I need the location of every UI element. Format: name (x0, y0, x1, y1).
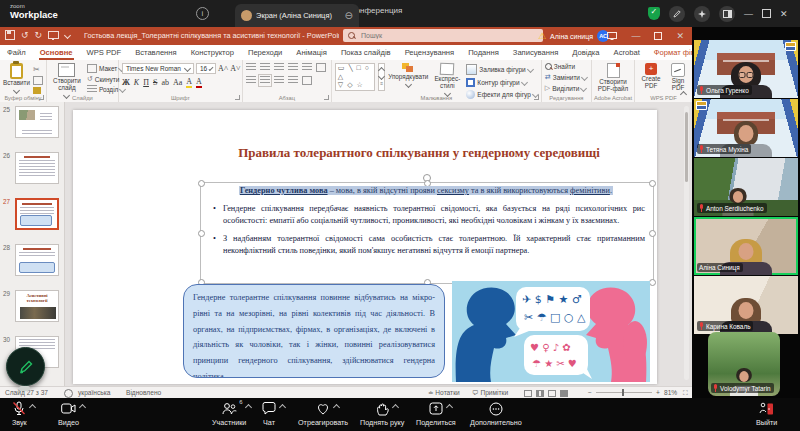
thumbnail-26[interactable]: 26 (0, 150, 64, 194)
thumbnail-27-selected[interactable]: 27 (0, 196, 64, 240)
minimize-window-icon[interactable]: — (744, 9, 753, 19)
resize-handle[interactable] (649, 279, 656, 286)
grow-font-button[interactable]: A˄ (218, 64, 228, 73)
participant-video-tile[interactable]: Ольга Гуренко (694, 40, 798, 98)
justify-button[interactable] (288, 76, 298, 85)
font-size-select[interactable]: 16 (196, 63, 216, 74)
ai-companion-icon[interactable] (694, 6, 710, 22)
bold-button[interactable]: Ж (122, 78, 130, 87)
participants-options-chevron[interactable] (246, 403, 251, 412)
video-options-chevron[interactable] (80, 403, 85, 412)
bullets-button[interactable] (246, 63, 256, 72)
ppt-close-icon[interactable]: ✕ (676, 31, 684, 41)
columns-button[interactable] (302, 76, 312, 85)
close-window-icon[interactable]: ✕ (780, 9, 788, 19)
participants-button[interactable]: 6 Участники (212, 401, 246, 427)
clipboard-dialog-launcher[interactable] (39, 95, 44, 100)
font-dialog-launcher[interactable] (235, 95, 240, 100)
zoom-level[interactable]: 81% (664, 389, 677, 396)
tab-recording[interactable]: Записування (506, 45, 565, 60)
presenter-display-icon[interactable] (607, 32, 617, 40)
security-shield-icon[interactable] (648, 7, 660, 20)
quick-styles-button[interactable]: Експрес-стилі (431, 63, 463, 96)
line-spacing-button[interactable] (302, 63, 312, 72)
collapse-ribbon-icon[interactable] (681, 91, 686, 98)
chat-button[interactable]: Чат (262, 401, 276, 427)
shapes-gallery[interactable]: ▭ ╲ □ ○ △▽ ◇ ☆ ✎{ } ★ (335, 63, 375, 91)
increase-indent-button[interactable] (288, 63, 298, 72)
view-buttons[interactable] (524, 389, 572, 397)
notes-toggle[interactable]: ≐ Нотатки (428, 389, 460, 397)
tab-view[interactable]: Подання (461, 45, 506, 60)
new-slide-button[interactable]: Створити слайд (50, 63, 84, 98)
fit-slide-icon[interactable]: ⛶ (683, 389, 688, 397)
align-center-button[interactable] (260, 76, 270, 85)
slideshow-icon[interactable] (48, 31, 59, 39)
resize-handle[interactable] (649, 180, 656, 187)
numbering-button[interactable] (260, 63, 270, 72)
shape-outline-button[interactable]: Контур фігури (466, 78, 526, 87)
tab-review[interactable]: Рецензування (398, 45, 462, 60)
paragraph-dialog-launcher[interactable] (324, 95, 329, 100)
annotate-pencil-icon[interactable] (669, 6, 685, 22)
italic-button[interactable]: К (134, 78, 139, 87)
tab-transitions[interactable]: Переходи (241, 45, 289, 60)
comments-toggle[interactable]: 🗩 Примітки (472, 389, 508, 396)
layout-icon[interactable] (719, 6, 735, 22)
thumbnail-28[interactable]: 28 (0, 242, 64, 286)
slide[interactable]: Правила толерантного спілкування у генде… (73, 110, 657, 384)
underline-button[interactable]: П (143, 78, 149, 87)
change-case-button[interactable]: Аа (173, 78, 182, 87)
drawing-dialog-launcher[interactable] (534, 95, 539, 100)
shrink-font-button[interactable]: A˅ (230, 64, 240, 73)
tab-file[interactable]: Файл (0, 45, 33, 60)
undo-icon[interactable]: ↺ (21, 30, 29, 40)
thumbnail-25[interactable]: 25 (0, 104, 64, 148)
leave-meeting-button[interactable]: Выйти (756, 401, 777, 427)
search-input[interactable] (359, 31, 513, 40)
strikethrough-button[interactable]: S (153, 78, 157, 87)
annotation-tool-button[interactable] (6, 347, 45, 386)
qat-chevron-icon[interactable] (65, 30, 70, 40)
tab-animations[interactable]: Анімація (289, 45, 334, 60)
resize-handle[interactable] (198, 180, 205, 187)
react-button[interactable]: Отреагировать (298, 401, 348, 427)
save-icon[interactable] (5, 30, 15, 40)
slide-bullet-list[interactable]: Гендерне спілкування передбачає наявніст… (213, 203, 645, 263)
shape-fill-button[interactable]: Заливка фігури (466, 64, 532, 75)
video-button[interactable]: Видео (58, 401, 79, 427)
audio-button[interactable]: Звук (12, 401, 27, 427)
ppt-restore-icon[interactable] (654, 32, 662, 40)
shapes-gallery-scroll[interactable]: ≡ (378, 63, 385, 91)
font-name-select[interactable]: Times New Roman (122, 63, 194, 74)
participant-video-tile[interactable]: Тетяна Мухіна (694, 99, 798, 157)
share-options-chevron[interactable] (447, 403, 452, 412)
tab-acrobat[interactable]: Acrobat (607, 45, 647, 60)
react-options-chevron[interactable] (334, 403, 339, 412)
tab-help[interactable]: Довідка (565, 45, 606, 60)
resize-handle[interactable] (198, 230, 205, 237)
copy-button[interactable] (33, 76, 43, 85)
slide-image-gender-communication[interactable]: ✈ $ ⚑ ★ ♂ ✂ ☂ □ ○ △ ♥ ♀ ♪ ✿ ☂ ★ ✂ ♥ (452, 281, 650, 382)
text-highlight-button[interactable]: А (186, 77, 192, 88)
search-box[interactable] (343, 29, 543, 42)
tab-minimize-icon[interactable]: ⊖ (345, 11, 353, 21)
share-screen-button[interactable]: Поделиться (416, 401, 456, 427)
align-right-button[interactable] (274, 76, 284, 85)
wps-sign-pdf-button[interactable]: Sign PDF (667, 63, 689, 92)
zoom-slider[interactable] (596, 392, 652, 393)
tab-wps-pdf[interactable]: WPS PDF (80, 45, 129, 60)
ppt-minimize-icon[interactable]: — (631, 31, 640, 41)
align-left-button[interactable] (246, 76, 256, 85)
tab-screen-share[interactable]: Экран (Аліна Синиця) ⊖ (235, 4, 359, 27)
arrange-button[interactable]: Упорядкувати (388, 63, 428, 87)
more-button[interactable]: Дополнительно (470, 401, 522, 427)
chat-options-chevron[interactable] (280, 403, 285, 412)
raise-hand-button[interactable]: Поднять руку (360, 401, 404, 427)
participant-video-tile[interactable]: Карина Коваль (694, 276, 798, 334)
text-direction-button[interactable] (316, 63, 326, 72)
tab-home[interactable]: Основне (33, 45, 80, 60)
participant-video-tile-active-speaker[interactable]: Аліна Синиця (694, 217, 798, 275)
language-indicator[interactable]: українська (78, 389, 110, 396)
info-icon[interactable]: i (196, 7, 209, 20)
